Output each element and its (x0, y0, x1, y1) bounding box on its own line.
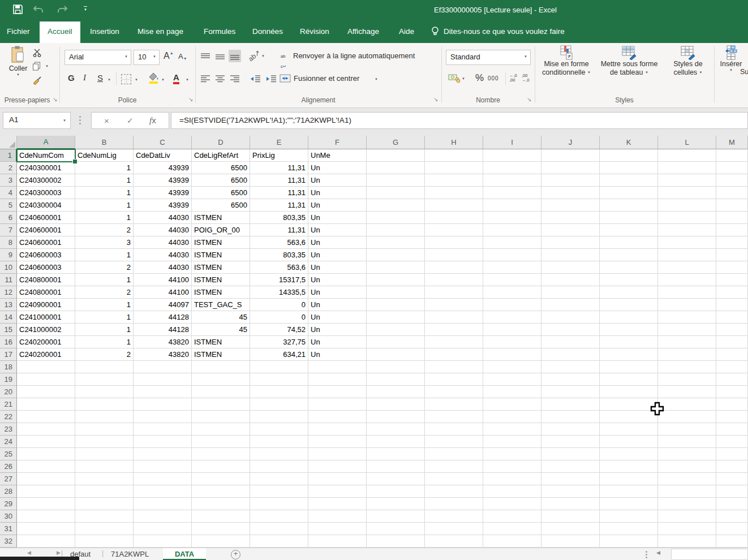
cell-A9[interactable]: C240600003 (17, 249, 75, 261)
cell-A15[interactable]: C241000002 (17, 324, 75, 336)
cell-F4[interactable]: Un (308, 187, 367, 199)
cell-H24[interactable] (425, 436, 483, 448)
delete-cells-button-clipped[interactable]: Supprimer (740, 68, 748, 76)
cell-H26[interactable] (425, 460, 483, 473)
format-painter-icon[interactable] (32, 76, 42, 85)
cell-G16[interactable] (367, 336, 425, 348)
cell-D10[interactable]: ISTMEN (192, 261, 250, 274)
cell-I19[interactable] (483, 373, 541, 386)
cell-I18[interactable] (483, 361, 541, 373)
redo-icon[interactable] (55, 5, 68, 14)
row-header-23[interactable]: 23 (0, 423, 17, 436)
cell-D25[interactable] (192, 448, 250, 460)
row-header-27[interactable]: 27 (0, 473, 17, 485)
cell-L11[interactable] (658, 274, 716, 286)
column-header-H[interactable]: H (425, 136, 483, 149)
tab-fichier[interactable]: Fichier (3, 20, 33, 43)
cell-E32[interactable] (250, 535, 308, 548)
cell-H20[interactable] (425, 386, 483, 398)
cell-J22[interactable] (541, 411, 600, 423)
align-center-icon[interactable] (214, 72, 226, 85)
cell-K2[interactable] (600, 162, 658, 174)
copy-dropdown-icon[interactable]: ▼ (45, 64, 49, 68)
cell-F12[interactable]: Un (308, 286, 367, 299)
cell-D20[interactable] (192, 386, 250, 398)
cell-L25[interactable] (658, 448, 716, 460)
cell-F14[interactable]: Un (308, 311, 367, 324)
new-sheet-button[interactable]: + (231, 550, 240, 559)
align-top-icon[interactable] (199, 50, 212, 62)
cell-A21[interactable] (17, 398, 75, 411)
cell-F1[interactable]: UnMe (308, 149, 367, 162)
cell-M26[interactable] (716, 460, 748, 473)
cell-B15[interactable]: 1 (75, 324, 134, 336)
cell-I22[interactable] (483, 411, 541, 423)
column-header-F[interactable]: F (308, 136, 367, 149)
cell-B32[interactable] (75, 535, 134, 548)
column-header-J[interactable]: J (541, 136, 600, 149)
cell-I7[interactable] (483, 224, 541, 236)
column-header-B[interactable]: B (75, 136, 134, 149)
cell-J1[interactable] (541, 149, 600, 162)
cell-F20[interactable] (308, 386, 367, 398)
cell-I13[interactable] (483, 299, 541, 311)
cell-F30[interactable] (308, 510, 367, 523)
cell-L13[interactable] (658, 299, 716, 311)
cell-I12[interactable] (483, 286, 541, 299)
cell-H5[interactable] (425, 199, 483, 212)
cell-L29[interactable] (658, 498, 716, 510)
cell-L20[interactable] (658, 386, 716, 398)
cell-J3[interactable] (541, 174, 600, 187)
cell-M20[interactable] (716, 386, 748, 398)
cell-C22[interactable] (134, 411, 192, 423)
cell-L19[interactable] (658, 373, 716, 386)
cell-I9[interactable] (483, 249, 541, 261)
cell-I28[interactable] (483, 485, 541, 498)
cell-A2[interactable]: C240300001 (17, 162, 75, 174)
cell-A14[interactable]: C241000001 (17, 311, 75, 324)
cell-K25[interactable] (600, 448, 658, 460)
cell-K30[interactable] (600, 510, 658, 523)
cell-G10[interactable] (367, 261, 425, 274)
customize-qat-icon[interactable]: ▼ (84, 6, 87, 11)
cell-A13[interactable]: C240900001 (17, 299, 75, 311)
cell-C32[interactable] (134, 535, 192, 548)
cell-I16[interactable] (483, 336, 541, 348)
cell-J15[interactable] (541, 324, 600, 336)
cell-I15[interactable] (483, 324, 541, 336)
cell-I17[interactable] (483, 348, 541, 361)
cell-M5[interactable] (716, 199, 748, 212)
cell-C9[interactable]: 44030 (134, 249, 192, 261)
cell-G2[interactable] (367, 162, 425, 174)
cell-G20[interactable] (367, 386, 425, 398)
cell-G12[interactable] (367, 286, 425, 299)
cell-B11[interactable]: 1 (75, 274, 134, 286)
cell-G6[interactable] (367, 212, 425, 224)
cell-K22[interactable] (600, 411, 658, 423)
cell-E29[interactable] (250, 498, 308, 510)
cell-B13[interactable]: 1 (75, 299, 134, 311)
percent-style-button[interactable]: % (475, 72, 484, 84)
cell-J6[interactable] (541, 212, 600, 224)
currency-icon[interactable] (448, 73, 461, 83)
cell-L12[interactable] (658, 286, 716, 299)
cell-M30[interactable] (716, 510, 748, 523)
cell-F8[interactable]: Un (308, 236, 367, 249)
cell-E3[interactable]: 11,31 (250, 174, 308, 187)
cell-J30[interactable] (541, 510, 600, 523)
cell-D9[interactable]: ISTMEN (192, 249, 250, 261)
format-as-table-button[interactable]: Mettre sous forme de tableau ▼ (596, 45, 662, 77)
cell-C25[interactable] (134, 448, 192, 460)
cell-J29[interactable] (541, 498, 600, 510)
cell-K11[interactable] (600, 274, 658, 286)
cell-L7[interactable] (658, 224, 716, 236)
cell-A31[interactable] (17, 523, 75, 535)
cell-K15[interactable] (600, 324, 658, 336)
cell-M28[interactable] (716, 485, 748, 498)
cell-C16[interactable]: 43820 (134, 336, 192, 348)
cell-F32[interactable] (308, 535, 367, 548)
row-header-12[interactable]: 12 (0, 286, 17, 299)
sheet-tab-71a2kwpl[interactable]: 71A2KWPL (105, 548, 154, 560)
cell-H1[interactable] (425, 149, 483, 162)
cell-A24[interactable] (17, 436, 75, 448)
